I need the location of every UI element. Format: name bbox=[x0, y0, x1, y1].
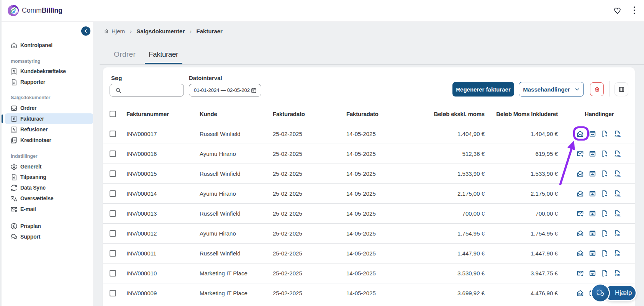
svg-text:XML: XML bbox=[615, 254, 621, 257]
svg-text:XML: XML bbox=[615, 174, 621, 177]
svg-text:XML: XML bbox=[615, 273, 621, 277]
svg-text:XML: XML bbox=[615, 234, 621, 237]
svg-text:XML: XML bbox=[615, 134, 621, 137]
svg-text:XML: XML bbox=[615, 214, 621, 217]
svg-text:XML: XML bbox=[615, 194, 621, 197]
svg-text:XML: XML bbox=[615, 154, 621, 157]
